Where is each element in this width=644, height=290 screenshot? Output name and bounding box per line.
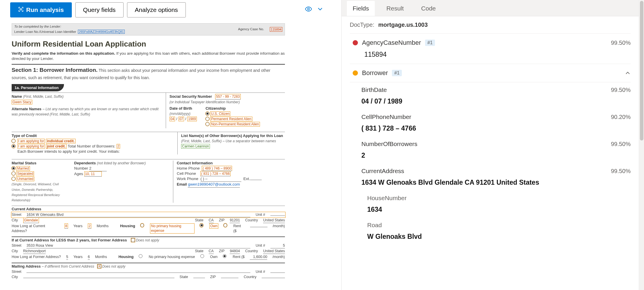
radio-icon xyxy=(12,144,15,148)
field-name: NumberOfBorrowers xyxy=(361,140,418,147)
doctype-value: mortgage.us.1003 xyxy=(378,22,428,28)
dep-label: Dependents xyxy=(74,161,96,165)
svg-rect-10 xyxy=(22,8,22,10)
tab-fields[interactable]: Fields xyxy=(347,1,375,16)
scan-icon xyxy=(18,6,24,14)
radio-icon xyxy=(224,223,227,227)
unit-label: Unit # xyxy=(256,212,265,217)
field-agencycasenumber[interactable]: AgencyCaseNumber #1 99.50% 115894 xyxy=(350,33,631,64)
scrollbar[interactable] xyxy=(639,0,644,290)
chevron-down-icon[interactable] xyxy=(316,5,324,14)
radio-icon xyxy=(12,166,15,170)
contact-label: Contact Information xyxy=(177,161,213,165)
subfield-cellphonenumber[interactable]: CellPhoneNumber 90.20% ( 831 ) 728 – 476… xyxy=(361,109,631,136)
field-name: AgencyCaseNumber xyxy=(362,39,421,47)
dep-ages-label: Ages xyxy=(74,172,83,176)
analyze-options-button[interactable]: Analyze options xyxy=(127,2,186,17)
credit-indiv: individual credit. xyxy=(46,139,75,143)
subfield-birthdate[interactable]: BirthDate 99.50% 04 / 07 / 1989 xyxy=(361,82,631,109)
zip-label-2: ZIP xyxy=(219,249,224,254)
subfield-numberofborrowers[interactable]: NumberOfBorrowers 99.50% 2 xyxy=(361,136,631,163)
credit-indiv-pre: I am applying for xyxy=(17,139,45,143)
months-label: Months xyxy=(97,224,108,229)
credit-joint: joint credit. xyxy=(46,144,67,149)
ssn-hint: (or Individual Taxpayer Identification N… xyxy=(170,100,240,104)
section-1-title: Section 1: Borrower Information. This se… xyxy=(12,66,285,81)
field-name: HouseNumber xyxy=(367,195,406,202)
lender-complete-label: To be completed by the Lender: xyxy=(14,24,125,29)
svg-rect-8 xyxy=(20,8,20,10)
lender-loan-value: 265Fs6fAZ2H4984Gs4f23hQ81 xyxy=(78,30,125,34)
city-label: City xyxy=(12,218,18,223)
former-months-value: 6 xyxy=(88,255,90,260)
field-borrower[interactable]: Borrower #1 xyxy=(350,64,631,82)
document-canvas[interactable]: To be completed by the Lender: Lender Lo… xyxy=(0,23,341,286)
country-label-2: Country xyxy=(245,249,258,254)
eye-icon[interactable] xyxy=(305,5,312,14)
state-label-2: State xyxy=(195,249,203,254)
color-dot-icon xyxy=(353,70,358,76)
alt-names-label: Alternate Names xyxy=(12,107,42,111)
housing-own-2: Own xyxy=(210,255,218,259)
radio-icon xyxy=(206,112,209,115)
cit-perm: Permanent Resident Alien xyxy=(210,117,252,121)
city-label-3: City xyxy=(12,275,18,280)
credit-joint-pre: I am applying for xyxy=(17,144,45,149)
radio-icon xyxy=(223,254,226,258)
total-borrowers-value: 2 xyxy=(117,144,120,149)
chevron-up-icon[interactable] xyxy=(625,70,631,76)
former-addr-label: If at Current Address for LESS than 2 ye… xyxy=(12,238,127,242)
field-value: 1634 W Glenoaks Blvd Glendale CA 91201 U… xyxy=(361,179,631,186)
section-1-bold: Section 1: Borrower Information. xyxy=(12,67,98,73)
run-analysis-button[interactable]: Run analysis xyxy=(10,2,72,17)
former-years-value: 5 xyxy=(66,255,68,260)
former-state: CA xyxy=(209,249,214,254)
current-addr-label: Current Address xyxy=(12,207,41,211)
svg-point-11 xyxy=(308,8,310,10)
home-phone: ( 489 ) 746 – 8900 xyxy=(202,166,232,171)
does-not-apply: Does not apply xyxy=(136,238,159,242)
radio-icon xyxy=(206,122,209,126)
scrollbar-thumb[interactable] xyxy=(640,1,643,140)
total-borrowers-label: Total Number of Borrowers: xyxy=(67,144,115,148)
state-value: CA xyxy=(209,218,214,223)
dep-hint: (not listed by another Borrower) xyxy=(97,161,146,165)
document-title: Uniform Residential Loan Application xyxy=(12,39,285,49)
tab-code[interactable]: Code xyxy=(415,1,442,16)
field-name: Borrower xyxy=(362,69,388,77)
radio-icon xyxy=(12,139,15,143)
ssn-value: 557 - 99 - 7283 xyxy=(215,94,240,99)
former-rent-amt: 1,600.00 xyxy=(250,255,267,260)
does-not-apply-2: Does not apply xyxy=(102,264,125,268)
query-fields-button[interactable]: Query fields xyxy=(75,2,124,17)
field-confidence: 90.20% xyxy=(611,114,631,120)
marital-married: Married xyxy=(16,166,30,171)
subfield-housenumber[interactable]: HouseNumber 1634 xyxy=(367,191,631,218)
field-name: Road xyxy=(367,222,382,229)
name-value: Gwen Stacy xyxy=(12,100,32,104)
street-label-2: Street xyxy=(12,243,21,248)
radio-icon xyxy=(12,172,15,175)
months-label-2: Months xyxy=(95,255,107,259)
former-city: Richmondport xyxy=(23,249,46,254)
field-name: CellPhoneNumber xyxy=(361,113,411,120)
field-badge: #1 xyxy=(392,70,402,76)
tab-result[interactable]: Result xyxy=(381,1,410,16)
mailing-hint: – if different from Current Address xyxy=(42,264,94,268)
dep-ages: 10, 11 xyxy=(84,171,102,177)
subfield-currentaddress[interactable]: CurrentAddress 99.50% 1634 W Glenoaks Bl… xyxy=(361,163,631,191)
housing-none-2: No primary housing expense xyxy=(149,255,195,259)
zip-label: ZIP xyxy=(219,218,224,223)
radio-icon xyxy=(12,177,15,181)
doctype-row: DocType: mortgage.us.1003 xyxy=(350,22,631,28)
subfield-road[interactable]: Road W Glenoaks Blvd xyxy=(367,218,631,245)
viewer-toolbar: Run analysis Query fields Analyze option… xyxy=(0,0,341,23)
housing-none: No primary housing expense xyxy=(150,223,194,233)
country-value: United States xyxy=(263,218,285,223)
housing-month: /month) xyxy=(273,224,285,229)
years-value: 8 xyxy=(65,223,68,229)
cit-us: U.S. Citizen xyxy=(210,111,230,116)
field-value: 2 xyxy=(361,152,631,159)
document-viewer-pane: Run analysis Query fields Analyze option… xyxy=(0,0,342,290)
marital-label: Marital Status xyxy=(12,161,36,165)
